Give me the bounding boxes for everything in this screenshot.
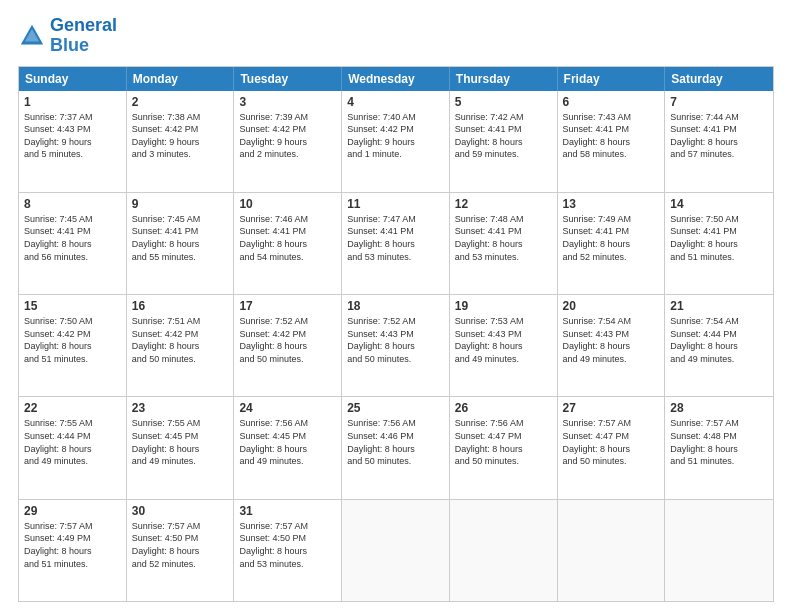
cal-cell: 5Sunrise: 7:42 AM Sunset: 4:41 PM Daylig… xyxy=(450,91,558,192)
day-info: Sunrise: 7:57 AM Sunset: 4:48 PM Dayligh… xyxy=(670,417,768,467)
day-number: 31 xyxy=(239,504,336,518)
day-number: 8 xyxy=(24,197,121,211)
day-info: Sunrise: 7:56 AM Sunset: 4:47 PM Dayligh… xyxy=(455,417,552,467)
day-info: Sunrise: 7:48 AM Sunset: 4:41 PM Dayligh… xyxy=(455,213,552,263)
day-number: 17 xyxy=(239,299,336,313)
logo: General Blue xyxy=(18,16,117,56)
day-info: Sunrise: 7:49 AM Sunset: 4:41 PM Dayligh… xyxy=(563,213,660,263)
cal-cell: 14Sunrise: 7:50 AM Sunset: 4:41 PM Dayli… xyxy=(665,193,773,294)
day-info: Sunrise: 7:38 AM Sunset: 4:42 PM Dayligh… xyxy=(132,111,229,161)
day-number: 4 xyxy=(347,95,444,109)
col-thursday: Thursday xyxy=(450,67,558,91)
day-info: Sunrise: 7:55 AM Sunset: 4:45 PM Dayligh… xyxy=(132,417,229,467)
day-number: 14 xyxy=(670,197,768,211)
day-info: Sunrise: 7:47 AM Sunset: 4:41 PM Dayligh… xyxy=(347,213,444,263)
day-number: 18 xyxy=(347,299,444,313)
col-wednesday: Wednesday xyxy=(342,67,450,91)
cal-cell: 30Sunrise: 7:57 AM Sunset: 4:50 PM Dayli… xyxy=(127,500,235,601)
logo-text: General Blue xyxy=(50,16,117,56)
cal-cell: 28Sunrise: 7:57 AM Sunset: 4:48 PM Dayli… xyxy=(665,397,773,498)
day-info: Sunrise: 7:43 AM Sunset: 4:41 PM Dayligh… xyxy=(563,111,660,161)
day-number: 7 xyxy=(670,95,768,109)
day-info: Sunrise: 7:56 AM Sunset: 4:45 PM Dayligh… xyxy=(239,417,336,467)
day-info: Sunrise: 7:52 AM Sunset: 4:43 PM Dayligh… xyxy=(347,315,444,365)
day-number: 13 xyxy=(563,197,660,211)
col-tuesday: Tuesday xyxy=(234,67,342,91)
day-number: 16 xyxy=(132,299,229,313)
day-number: 3 xyxy=(239,95,336,109)
day-number: 1 xyxy=(24,95,121,109)
cal-cell: 12Sunrise: 7:48 AM Sunset: 4:41 PM Dayli… xyxy=(450,193,558,294)
day-info: Sunrise: 7:45 AM Sunset: 4:41 PM Dayligh… xyxy=(132,213,229,263)
cal-cell: 17Sunrise: 7:52 AM Sunset: 4:42 PM Dayli… xyxy=(234,295,342,396)
day-info: Sunrise: 7:44 AM Sunset: 4:41 PM Dayligh… xyxy=(670,111,768,161)
day-info: Sunrise: 7:54 AM Sunset: 4:44 PM Dayligh… xyxy=(670,315,768,365)
cal-cell: 25Sunrise: 7:56 AM Sunset: 4:46 PM Dayli… xyxy=(342,397,450,498)
cal-cell: 10Sunrise: 7:46 AM Sunset: 4:41 PM Dayli… xyxy=(234,193,342,294)
cal-cell: 20Sunrise: 7:54 AM Sunset: 4:43 PM Dayli… xyxy=(558,295,666,396)
week-row-5: 29Sunrise: 7:57 AM Sunset: 4:49 PM Dayli… xyxy=(19,500,773,601)
week-row-3: 15Sunrise: 7:50 AM Sunset: 4:42 PM Dayli… xyxy=(19,295,773,397)
day-info: Sunrise: 7:51 AM Sunset: 4:42 PM Dayligh… xyxy=(132,315,229,365)
day-info: Sunrise: 7:54 AM Sunset: 4:43 PM Dayligh… xyxy=(563,315,660,365)
day-info: Sunrise: 7:55 AM Sunset: 4:44 PM Dayligh… xyxy=(24,417,121,467)
day-number: 22 xyxy=(24,401,121,415)
logo-icon xyxy=(18,22,46,50)
col-friday: Friday xyxy=(558,67,666,91)
day-info: Sunrise: 7:52 AM Sunset: 4:42 PM Dayligh… xyxy=(239,315,336,365)
cal-cell: 7Sunrise: 7:44 AM Sunset: 4:41 PM Daylig… xyxy=(665,91,773,192)
day-number: 21 xyxy=(670,299,768,313)
day-number: 27 xyxy=(563,401,660,415)
day-number: 20 xyxy=(563,299,660,313)
cal-cell: 13Sunrise: 7:49 AM Sunset: 4:41 PM Dayli… xyxy=(558,193,666,294)
day-info: Sunrise: 7:57 AM Sunset: 4:47 PM Dayligh… xyxy=(563,417,660,467)
day-number: 28 xyxy=(670,401,768,415)
day-number: 2 xyxy=(132,95,229,109)
cal-cell: 22Sunrise: 7:55 AM Sunset: 4:44 PM Dayli… xyxy=(19,397,127,498)
week-row-2: 8Sunrise: 7:45 AM Sunset: 4:41 PM Daylig… xyxy=(19,193,773,295)
cal-cell xyxy=(342,500,450,601)
cal-cell: 15Sunrise: 7:50 AM Sunset: 4:42 PM Dayli… xyxy=(19,295,127,396)
week-row-4: 22Sunrise: 7:55 AM Sunset: 4:44 PM Dayli… xyxy=(19,397,773,499)
cal-cell: 27Sunrise: 7:57 AM Sunset: 4:47 PM Dayli… xyxy=(558,397,666,498)
day-number: 9 xyxy=(132,197,229,211)
cal-cell: 16Sunrise: 7:51 AM Sunset: 4:42 PM Dayli… xyxy=(127,295,235,396)
cal-cell: 8Sunrise: 7:45 AM Sunset: 4:41 PM Daylig… xyxy=(19,193,127,294)
cal-cell: 2Sunrise: 7:38 AM Sunset: 4:42 PM Daylig… xyxy=(127,91,235,192)
day-number: 19 xyxy=(455,299,552,313)
day-number: 29 xyxy=(24,504,121,518)
cal-cell: 31Sunrise: 7:57 AM Sunset: 4:50 PM Dayli… xyxy=(234,500,342,601)
day-number: 5 xyxy=(455,95,552,109)
calendar: Sunday Monday Tuesday Wednesday Thursday… xyxy=(18,66,774,602)
day-info: Sunrise: 7:56 AM Sunset: 4:46 PM Dayligh… xyxy=(347,417,444,467)
day-info: Sunrise: 7:50 AM Sunset: 4:42 PM Dayligh… xyxy=(24,315,121,365)
day-info: Sunrise: 7:57 AM Sunset: 4:50 PM Dayligh… xyxy=(132,520,229,570)
day-number: 24 xyxy=(239,401,336,415)
day-info: Sunrise: 7:40 AM Sunset: 4:42 PM Dayligh… xyxy=(347,111,444,161)
day-number: 23 xyxy=(132,401,229,415)
cal-cell: 19Sunrise: 7:53 AM Sunset: 4:43 PM Dayli… xyxy=(450,295,558,396)
col-saturday: Saturday xyxy=(665,67,773,91)
cal-cell: 9Sunrise: 7:45 AM Sunset: 4:41 PM Daylig… xyxy=(127,193,235,294)
col-monday: Monday xyxy=(127,67,235,91)
cal-cell: 23Sunrise: 7:55 AM Sunset: 4:45 PM Dayli… xyxy=(127,397,235,498)
cal-cell: 3Sunrise: 7:39 AM Sunset: 4:42 PM Daylig… xyxy=(234,91,342,192)
day-info: Sunrise: 7:46 AM Sunset: 4:41 PM Dayligh… xyxy=(239,213,336,263)
day-number: 26 xyxy=(455,401,552,415)
cal-cell: 6Sunrise: 7:43 AM Sunset: 4:41 PM Daylig… xyxy=(558,91,666,192)
day-number: 10 xyxy=(239,197,336,211)
cal-cell xyxy=(665,500,773,601)
day-number: 25 xyxy=(347,401,444,415)
calendar-header: Sunday Monday Tuesday Wednesday Thursday… xyxy=(19,67,773,91)
calendar-body: 1Sunrise: 7:37 AM Sunset: 4:43 PM Daylig… xyxy=(19,91,773,601)
cal-cell: 24Sunrise: 7:56 AM Sunset: 4:45 PM Dayli… xyxy=(234,397,342,498)
cal-cell: 26Sunrise: 7:56 AM Sunset: 4:47 PM Dayli… xyxy=(450,397,558,498)
header: General Blue xyxy=(18,16,774,56)
week-row-1: 1Sunrise: 7:37 AM Sunset: 4:43 PM Daylig… xyxy=(19,91,773,193)
day-number: 30 xyxy=(132,504,229,518)
cal-cell: 21Sunrise: 7:54 AM Sunset: 4:44 PM Dayli… xyxy=(665,295,773,396)
cal-cell xyxy=(558,500,666,601)
day-info: Sunrise: 7:57 AM Sunset: 4:49 PM Dayligh… xyxy=(24,520,121,570)
day-number: 6 xyxy=(563,95,660,109)
day-info: Sunrise: 7:45 AM Sunset: 4:41 PM Dayligh… xyxy=(24,213,121,263)
